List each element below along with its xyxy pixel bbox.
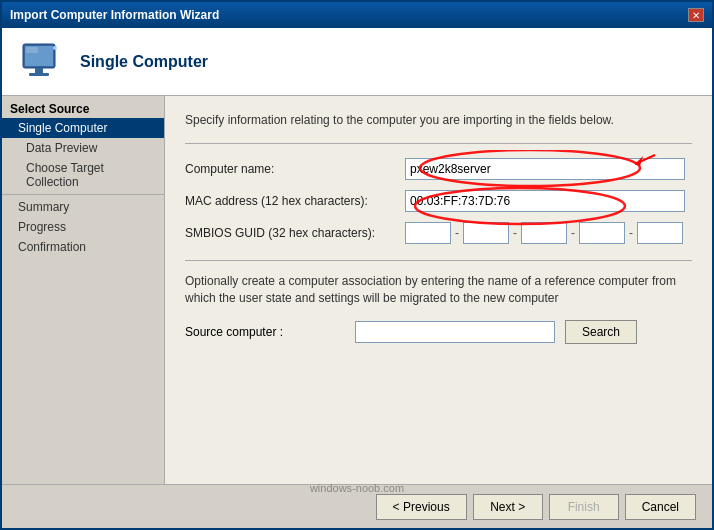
next-button[interactable]: Next > bbox=[473, 494, 543, 520]
smbios-part-3[interactable] bbox=[521, 222, 567, 244]
sidebar: Select Source Single Computer Data Previ… bbox=[2, 96, 165, 484]
cancel-button[interactable]: Cancel bbox=[625, 494, 696, 520]
mac-input[interactable] bbox=[405, 190, 685, 212]
main-content: Specify information relating to the comp… bbox=[165, 96, 712, 484]
smbios-part-4[interactable] bbox=[579, 222, 625, 244]
wizard-footer: < Previous Next > Finish Cancel bbox=[2, 484, 712, 528]
svg-rect-3 bbox=[29, 73, 49, 76]
sidebar-section-select-source: Select Source bbox=[2, 96, 164, 118]
optional-text: Optionally create a computer association… bbox=[185, 273, 692, 307]
separator bbox=[185, 143, 692, 144]
computer-svg-icon bbox=[19, 38, 67, 86]
svg-point-4 bbox=[53, 46, 57, 50]
source-computer-input[interactable] bbox=[355, 321, 555, 343]
window-title: Import Computer Information Wizard bbox=[10, 8, 219, 22]
sidebar-item-data-preview[interactable]: Data Preview bbox=[2, 138, 164, 158]
smbios-part-5[interactable] bbox=[637, 222, 683, 244]
smbios-dash-4: - bbox=[629, 226, 633, 240]
smbios-part-2[interactable] bbox=[463, 222, 509, 244]
smbios-dash-2: - bbox=[513, 226, 517, 240]
previous-button[interactable]: < Previous bbox=[376, 494, 467, 520]
smbios-label: SMBIOS GUID (32 hex characters): bbox=[185, 226, 405, 240]
sidebar-item-choose-target[interactable]: Choose Target Collection bbox=[2, 158, 164, 192]
sidebar-item-confirmation[interactable]: Confirmation bbox=[2, 237, 164, 257]
header-title: Single Computer bbox=[80, 53, 208, 71]
wizard-body: Select Source Single Computer Data Previ… bbox=[2, 96, 712, 484]
source-row: Source computer : Search bbox=[185, 320, 692, 344]
mac-label: MAC address (12 hex characters): bbox=[185, 194, 405, 208]
smbios-parts: - - - - bbox=[405, 222, 683, 244]
smbios-dash-3: - bbox=[571, 226, 575, 240]
wizard-header: Single Computer bbox=[2, 28, 712, 96]
close-button[interactable]: ✕ bbox=[688, 8, 704, 22]
fields-area: Computer name: MAC address (12 hex chara… bbox=[185, 158, 692, 244]
smbios-part-1[interactable] bbox=[405, 222, 451, 244]
intro-text: Specify information relating to the comp… bbox=[185, 112, 692, 129]
finish-button[interactable]: Finish bbox=[549, 494, 619, 520]
computer-name-row: Computer name: bbox=[185, 158, 692, 180]
header-icon bbox=[18, 37, 68, 87]
sidebar-item-summary[interactable]: Summary bbox=[2, 197, 164, 217]
wizard-window: Import Computer Information Wizard ✕ Sin… bbox=[0, 0, 714, 530]
svg-rect-2 bbox=[35, 68, 43, 73]
sidebar-item-progress[interactable]: Progress bbox=[2, 217, 164, 237]
computer-name-input[interactable] bbox=[405, 158, 685, 180]
sidebar-item-single-computer[interactable]: Single Computer bbox=[2, 118, 164, 138]
search-button[interactable]: Search bbox=[565, 320, 637, 344]
optional-section: Optionally create a computer association… bbox=[185, 260, 692, 345]
smbios-row: SMBIOS GUID (32 hex characters): - - - - bbox=[185, 222, 692, 244]
title-bar: Import Computer Information Wizard ✕ bbox=[2, 2, 712, 28]
source-label: Source computer : bbox=[185, 325, 345, 339]
mac-address-row: MAC address (12 hex characters): bbox=[185, 190, 692, 212]
svg-rect-5 bbox=[26, 47, 38, 53]
smbios-dash-1: - bbox=[455, 226, 459, 240]
computer-name-label: Computer name: bbox=[185, 162, 405, 176]
